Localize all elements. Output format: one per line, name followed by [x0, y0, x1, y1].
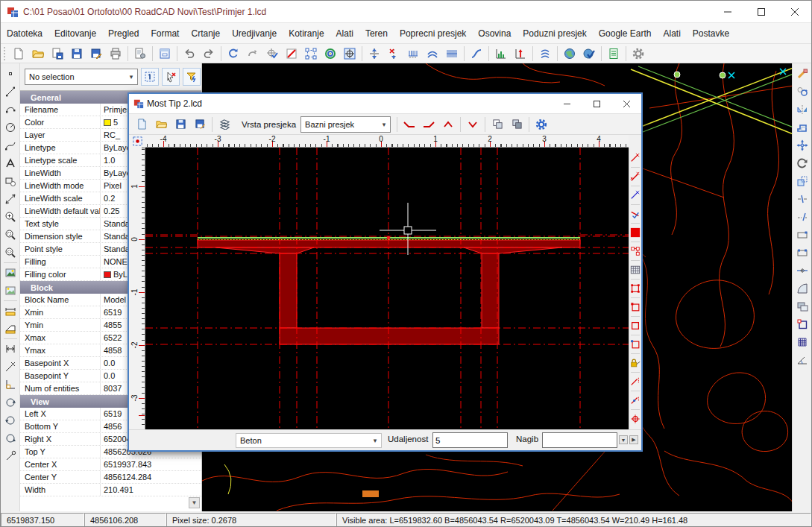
- edit-rect-2-button[interactable]: [793, 244, 811, 262]
- segment-down-flat-button[interactable]: [400, 116, 419, 133]
- inner-close-button[interactable]: [611, 94, 641, 113]
- mirror-button[interactable]: [793, 101, 811, 119]
- scroll-down-button[interactable]: ▼: [619, 435, 628, 444]
- menu-editovanje[interactable]: Editovanje: [48, 23, 102, 44]
- axis-vertical-button[interactable]: [365, 45, 384, 63]
- menu-pregled[interactable]: Pregled: [102, 23, 145, 44]
- zoom-in-button[interactable]: [1, 208, 19, 226]
- menu-poprecni-presjek[interactable]: Poprecni presjek: [394, 23, 472, 44]
- zoom-extents-corner-button[interactable]: [129, 135, 145, 148]
- inner-layers-button[interactable]: [215, 116, 234, 133]
- arcs-button[interactable]: [423, 45, 442, 63]
- edit-rect-button[interactable]: [793, 226, 811, 244]
- axis-delete-button[interactable]: [384, 45, 403, 63]
- segment-peak-button[interactable]: [438, 116, 458, 133]
- blue-line-point-button[interactable]: [629, 187, 641, 203]
- redo-alt-button[interactable]: [243, 45, 262, 63]
- draw-shape-button[interactable]: [1, 172, 19, 190]
- menu-alati[interactable]: Alati: [330, 23, 359, 44]
- inner-open-button[interactable]: [151, 116, 171, 133]
- target-check-button[interactable]: [262, 45, 282, 63]
- zoom-window-button[interactable]: [1, 226, 19, 244]
- edit-region-button[interactable]: [282, 45, 301, 63]
- width-dimension-button[interactable]: [1, 340, 19, 358]
- inner-save-as-button[interactable]: [190, 116, 210, 133]
- inner-minimize-button[interactable]: [552, 94, 582, 113]
- selection-box-button[interactable]: [301, 45, 321, 63]
- draw-spline-button[interactable]: [1, 136, 19, 154]
- angle-measure-button[interactable]: [793, 351, 811, 369]
- section-canvas[interactable]: [145, 148, 629, 429]
- rotate-cw-button[interactable]: [1, 394, 19, 411]
- rect-nodes-button[interactable]: [629, 280, 641, 297]
- inner-settings-button[interactable]: [532, 116, 551, 133]
- block-edit-button[interactable]: [793, 315, 811, 333]
- copy-button[interactable]: [793, 297, 811, 315]
- menu-postavke[interactable]: Postavke: [687, 23, 735, 44]
- menu-alati-2[interactable]: Alati: [657, 23, 686, 44]
- save-button[interactable]: [67, 45, 86, 63]
- segment-flat-up-button[interactable]: [419, 116, 438, 133]
- slope-input[interactable]: [542, 432, 617, 448]
- scroll-right-button[interactable]: ▶: [629, 435, 638, 444]
- selection-combo[interactable]: No selection ▾: [25, 69, 138, 85]
- open-file-button[interactable]: [28, 45, 48, 63]
- axis-chart-button[interactable]: [511, 45, 530, 63]
- segment-valley-button[interactable]: [463, 116, 482, 133]
- verify-line-button[interactable]: [629, 206, 641, 222]
- new-file-button[interactable]: [9, 45, 28, 63]
- menu-kotiranje[interactable]: Kotiranje: [283, 23, 330, 44]
- report-button[interactable]: [604, 45, 623, 63]
- menu-format[interactable]: Format: [145, 23, 185, 44]
- print-button[interactable]: [106, 45, 125, 63]
- menu-uredjivanje[interactable]: Uredjivanje: [226, 23, 283, 44]
- google-earth-check-button[interactable]: [579, 45, 599, 63]
- menu-poduzni-presjek[interactable]: Poduzni presjek: [517, 23, 592, 44]
- dimension-point-button[interactable]: [629, 392, 641, 408]
- inner-maximize-button[interactable]: [582, 94, 611, 113]
- measure-button[interactable]: [1, 190, 19, 208]
- dense-fence-button[interactable]: [442, 45, 462, 63]
- skew-dimension-button[interactable]: [1, 358, 19, 376]
- slope-dimension-button[interactable]: [1, 320, 19, 338]
- origin-button[interactable]: [1, 376, 19, 394]
- target-point-button[interactable]: [629, 411, 641, 427]
- offset-button[interactable]: [793, 119, 811, 136]
- inner-titlebar[interactable]: Most Tip 2.lcd: [129, 94, 641, 113]
- break-button[interactable]: [793, 208, 811, 226]
- profile-chart-button[interactable]: [491, 45, 511, 63]
- menu-datoteka[interactable]: Datoteka: [1, 23, 48, 44]
- section-type-combo[interactable]: Bazni presjek ▾: [300, 116, 391, 133]
- settings-button[interactable]: [629, 45, 648, 63]
- leader-button[interactable]: [1, 447, 19, 465]
- menu-crtanje[interactable]: Crtanje: [185, 23, 226, 44]
- minimize-button[interactable]: [711, 1, 744, 22]
- draw-line-button[interactable]: [1, 83, 19, 101]
- window-dialog-button[interactable]: [155, 45, 174, 63]
- erase-button[interactable]: [793, 65, 811, 83]
- break-at-point-button[interactable]: [793, 190, 811, 208]
- draw-text-button[interactable]: [1, 154, 19, 172]
- rotate-copy-button[interactable]: [793, 83, 811, 101]
- redo-button[interactable]: [199, 45, 218, 63]
- fence-button[interactable]: [403, 45, 423, 63]
- save-edit-button[interactable]: [86, 45, 106, 63]
- rings-button[interactable]: [321, 45, 340, 63]
- dimension-line-button[interactable]: [629, 373, 641, 390]
- blocks-tree-button[interactable]: [629, 243, 641, 259]
- maximize-button[interactable]: [744, 1, 778, 22]
- deselect-button[interactable]: [162, 68, 180, 86]
- copy-section-alt-button[interactable]: [507, 116, 526, 133]
- image-manager-button[interactable]: [1, 282, 19, 300]
- red-line-point-button[interactable]: [629, 150, 641, 166]
- rect-bluedot-button[interactable]: [629, 336, 641, 353]
- inner-new-button[interactable]: [132, 116, 151, 133]
- single-select-button[interactable]: [141, 68, 159, 86]
- copy-section-button[interactable]: [488, 116, 507, 133]
- dimension-button[interactable]: [1, 302, 19, 320]
- rect-corner-button[interactable]: [629, 299, 641, 315]
- lock-button[interactable]: [629, 355, 641, 371]
- zoom-extents-button[interactable]: [1, 244, 19, 262]
- stacked-arcs-button[interactable]: [535, 45, 555, 63]
- close-button[interactable]: [778, 1, 811, 22]
